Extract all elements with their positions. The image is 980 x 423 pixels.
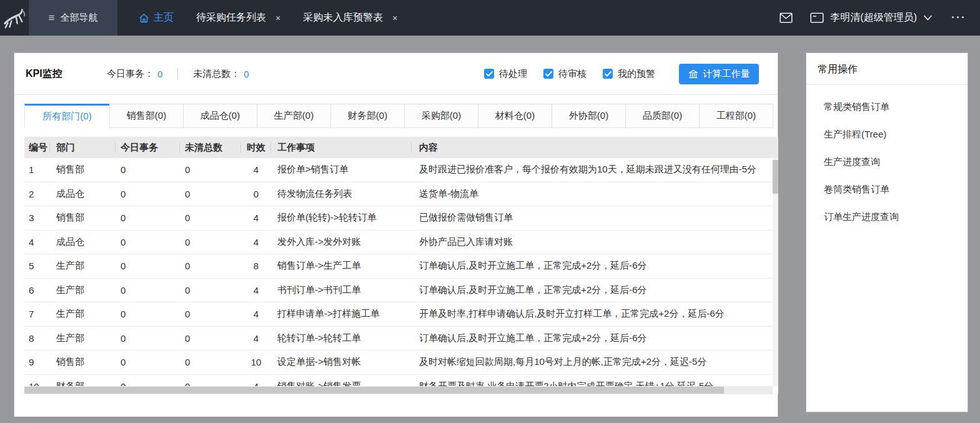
cell-task: 报价单>销售订单 — [271, 164, 412, 176]
dept-tab-7[interactable]: 外协部(0) — [552, 104, 626, 128]
table-row[interactable]: 5生产部008销售订单->生产工单订单确认后,及时开立施工单，正常完成+2分，延… — [24, 254, 778, 279]
checkbox-label: 我的预警 — [618, 68, 655, 80]
cell-dept: 销售部 — [50, 356, 116, 368]
table-row[interactable]: 2成品仓000待发物流任务列表送货单-物流单 — [24, 182, 778, 207]
more-icon[interactable]: ··· — [951, 11, 966, 24]
nav-tab-label: 采购未入库预警表 — [303, 11, 383, 24]
close-tab-icon[interactable]: × — [392, 13, 397, 23]
checkbox-label: 待审核 — [558, 68, 587, 80]
all-navigation-button[interactable]: ≡ 全部导航 — [29, 0, 117, 36]
cell-task: 发外入库->发外对账 — [271, 236, 412, 248]
cell-task: 书刊订单->书刊工单 — [271, 284, 412, 296]
cell-open: 0 — [180, 237, 241, 247]
quick-op-item-0[interactable]: 常规类销售订单 — [824, 101, 968, 113]
cell-desc: 外协产品已入库请对账 — [412, 236, 772, 248]
cell-desc: 订单确认后,及时开立施工单，正常完成+2分，延后-6分 — [412, 260, 772, 272]
close-tab-icon[interactable]: × — [275, 13, 280, 23]
cell-open: 0 — [180, 285, 241, 296]
horizontal-scrollbar[interactable] — [24, 386, 773, 394]
dept-tab-5[interactable]: 采购部(0) — [404, 104, 478, 128]
cell-today: 0 — [116, 381, 180, 386]
dept-tab-1[interactable]: 销售部(0) — [109, 104, 184, 128]
checkbox-checked-icon[interactable] — [543, 69, 553, 79]
header-cell: 部门 — [50, 137, 116, 158]
quick-operations-title: 常用操作 — [806, 53, 968, 85]
vertical-scrollbar[interactable] — [773, 158, 778, 386]
filter-checkbox-1[interactable]: 待审核 — [543, 68, 587, 80]
mail-icon[interactable] — [780, 12, 793, 23]
nav-tab-label: 主页 — [154, 11, 174, 24]
quick-op-item-1[interactable]: 生产排程(Tree) — [824, 129, 968, 141]
nav-tab-label: 待采购任务列表 — [196, 11, 266, 24]
open-total-stat: 未清总数： 0 — [193, 68, 249, 80]
header-cell: 内容 — [412, 137, 772, 158]
cell-desc: 订单确认后,及时开立施工单，正常完成+2分，延后-6分 — [412, 332, 772, 344]
panel-title: KPI监控 — [26, 67, 107, 81]
vertical-scrollbar-thumb[interactable] — [773, 160, 778, 194]
app-logo[interactable] — [0, 0, 29, 36]
dept-tab-3[interactable]: 生产部(0) — [257, 104, 331, 128]
department-tab-strip: 所有部门(0)销售部(0)成品仓(0)生产部(0)财务部(0)采购部(0)材料仓… — [14, 95, 778, 128]
table-row[interactable]: 3销售部004报价单(轮转)->轮转订单已做报价需做销售订单 — [24, 206, 778, 231]
nav-tab-home[interactable]: 主页 — [139, 11, 174, 24]
cell-today: 0 — [116, 333, 180, 344]
cell-sla: 4 — [241, 164, 271, 175]
checkbox-checked-icon[interactable] — [603, 69, 613, 79]
cell-today: 0 — [116, 285, 180, 296]
chevron-down-icon[interactable] — [923, 15, 933, 21]
cell-dept: 成品仓 — [50, 188, 116, 200]
cell-task: 打样申请单->打样施工单 — [271, 308, 412, 320]
table-row[interactable]: 8生产部004轮转订单->轮转工单订单确认后,及时开立施工单，正常完成+2分，延… — [24, 327, 778, 351]
cell-sla: 4 — [241, 309, 271, 319]
cell-sla: 4 — [241, 381, 271, 386]
open-total-label: 未清总数： — [193, 68, 240, 80]
nav-tab-strip: 主页待采购任务列表×采购未入库预警表× — [139, 11, 397, 24]
cell-no: 7 — [24, 309, 50, 319]
table-row[interactable]: 1销售部004报价单>销售订单及时跟进已报价准客户，每个报价有效期为10天，延期… — [24, 158, 778, 182]
cell-no: 10 — [24, 381, 50, 386]
table-row[interactable]: 4成品仓004发外入库->发外对账外协产品已入库请对账 — [24, 231, 778, 255]
user-menu[interactable]: 李明清(超级管理员) — [830, 11, 917, 24]
checkbox-label: 待处理 — [499, 68, 527, 80]
dept-tab-4[interactable]: 财务部(0) — [330, 104, 405, 128]
dept-tab-0[interactable]: 所有部门(0) — [24, 104, 110, 128]
cell-dept: 销售部 — [50, 212, 116, 224]
window-icon[interactable] — [810, 12, 824, 23]
table-row[interactable]: 10财务部004销售对账->销售发票财务开票及时率,业务申请开票2小时内完成开票… — [24, 375, 778, 387]
checkbox-checked-icon[interactable] — [484, 69, 494, 79]
cell-no: 3 — [24, 212, 50, 223]
cell-dept: 生产部 — [50, 260, 116, 272]
cell-today: 0 — [116, 261, 180, 271]
quick-op-item-4[interactable]: 订单生产进度查询 — [824, 211, 968, 223]
cell-desc: 订单确认后,及时开立施工单，正常完成+2分，延后-6分 — [412, 284, 772, 296]
table-row[interactable]: 9销售部0010设定单据->销售对帐及时对帐缩短回款周期,每月10号对上月的帐,… — [24, 351, 778, 375]
nav-tab-2[interactable]: 采购未入库预警表× — [303, 11, 397, 24]
cell-sla: 10 — [241, 357, 271, 367]
cell-sla: 4 — [241, 333, 271, 344]
cell-dept: 生产部 — [50, 332, 116, 344]
quick-operations-list: 常规类销售订单生产排程(Tree)生产进度查询卷筒类销售订单订单生产进度查询 — [806, 85, 968, 223]
quick-op-item-2[interactable]: 生产进度查询 — [824, 156, 968, 168]
horizontal-scrollbar-thumb[interactable] — [24, 387, 724, 394]
table-row[interactable]: 6生产部004书刊订单->书刊工单订单确认后,及时开立施工单，正常完成+2分，延… — [24, 279, 778, 303]
cell-task: 销售对账->销售发票 — [271, 381, 412, 386]
cell-today: 0 — [116, 309, 180, 319]
header-cell: 时效 — [241, 137, 271, 158]
calculate-workload-button[interactable]: 计算工作量 — [679, 64, 759, 84]
dept-tab-9[interactable]: 工程部(0) — [699, 104, 773, 128]
cell-today: 0 — [116, 164, 180, 175]
dept-tab-6[interactable]: 材料仓(0) — [478, 104, 552, 128]
dept-tab-8[interactable]: 品质部(0) — [625, 104, 700, 128]
open-total-value: 0 — [244, 69, 249, 79]
filter-checkbox-2[interactable]: 我的预警 — [603, 68, 655, 80]
filter-checkbox-0[interactable]: 待处理 — [484, 68, 527, 80]
kpi-table: 编号部门今日事务未清总数时效工作事项内容 1销售部004报价单>销售订单及时跟进… — [24, 137, 778, 394]
cell-dept: 财务部 — [50, 381, 116, 386]
kpi-header-bar: KPI监控 今日事务： 0 未清总数： 0 待处理待审核我的预警 计算工作量 — [14, 53, 778, 94]
cell-sla: 4 — [241, 285, 271, 296]
cell-open: 0 — [180, 212, 241, 223]
quick-op-item-3[interactable]: 卷筒类销售订单 — [824, 184, 968, 196]
dept-tab-2[interactable]: 成品仓(0) — [183, 104, 257, 128]
nav-tab-1[interactable]: 待采购任务列表× — [196, 11, 280, 24]
table-row[interactable]: 7生产部004打样申请单->打样施工单开单及时率,打样申请确认后,及时开立打样工… — [24, 302, 778, 327]
